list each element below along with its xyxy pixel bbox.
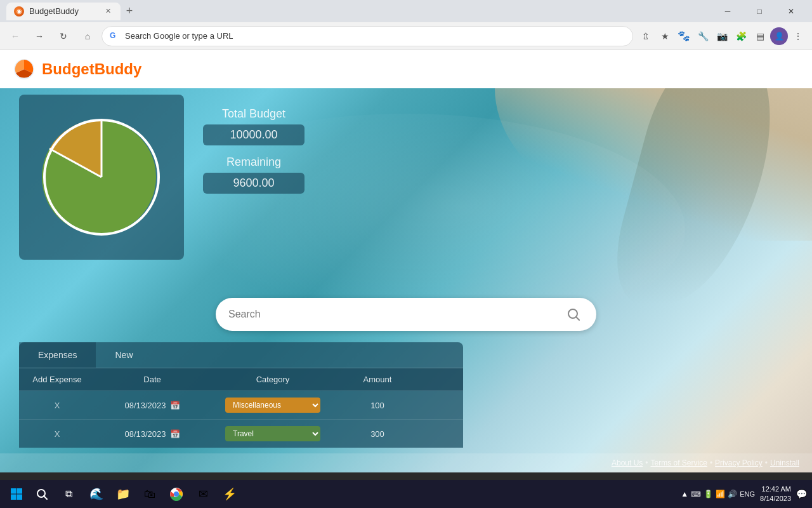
browser-titlebar: ◉ BudgetBuddy ✕ + ─ □ ✕: [0, 0, 812, 22]
category-cell-2: Travel Miscellaneous Food Entertainment: [209, 420, 336, 448]
taskbar-edge[interactable]: 🌊: [84, 481, 109, 507]
taskbar-explorer[interactable]: 📁: [110, 481, 136, 507]
back-button[interactable]: ←: [5, 26, 25, 46]
home-button[interactable]: ⌂: [77, 26, 98, 46]
minimize-button[interactable]: ─: [713, 0, 742, 22]
taskbar-clock[interactable]: 12:42 AM 8/14/2023: [760, 485, 791, 504]
svg-line-11: [44, 496, 47, 499]
windows-logo-icon: [10, 488, 23, 500]
tab-close-btn[interactable]: ✕: [103, 6, 113, 17]
show-hidden-icon[interactable]: ▲: [681, 490, 688, 498]
system-tray-icons: ▲ ⌨ 🔋 📶 🔊 ENG: [681, 490, 755, 498]
date-cell-2: 08/13/2023 📅: [95, 420, 209, 448]
screenshot-button[interactable]: 📷: [713, 27, 731, 45]
clock-time: 12:42 AM: [760, 485, 791, 494]
terms-link[interactable]: Terms of Service: [651, 458, 707, 467]
taskbar-search-button[interactable]: [30, 483, 53, 505]
app-footer: About Us • Terms of Service • Privacy Po…: [0, 453, 812, 472]
google-g-icon: G: [110, 31, 120, 41]
tab-expenses[interactable]: Expenses: [19, 342, 96, 368]
table-header: Add Expense Date Category Amount: [19, 368, 463, 391]
chart-panel: [19, 95, 184, 260]
menu-button[interactable]: ⋮: [789, 27, 807, 45]
maximize-button[interactable]: □: [745, 0, 774, 22]
search-input[interactable]: [228, 309, 557, 320]
task-view-icon: ⧉: [65, 488, 72, 500]
refresh-button[interactable]: ↻: [53, 26, 74, 46]
logo-text: BudgetBuddy: [42, 60, 141, 78]
total-budget-value: 10000.00: [203, 124, 304, 145]
tab-favicon: ◉: [14, 6, 24, 17]
calendar-icon-1[interactable]: 📅: [170, 401, 180, 410]
share-button[interactable]: ⇫: [637, 27, 655, 45]
about-us-link[interactable]: About Us: [612, 458, 643, 467]
sep3: •: [765, 458, 768, 467]
forward-button[interactable]: →: [29, 26, 49, 46]
date-cell-1: 08/13/2023 📅: [95, 391, 209, 419]
start-button[interactable]: [5, 483, 28, 505]
puzzle-button[interactable]: 🧩: [732, 27, 750, 45]
expense-table: Add Expense Date Category Amount X 08/13…: [19, 368, 463, 448]
taskbar-right: ▲ ⌨ 🔋 📶 🔊 ENG 12:42 AM 8/14/2023 💬: [681, 485, 807, 504]
explorer-icon: 📁: [116, 487, 130, 501]
delete-btn-1[interactable]: X: [19, 391, 95, 419]
tab-new[interactable]: New: [96, 342, 152, 368]
uninstall-link[interactable]: Uninstall: [770, 458, 799, 467]
header-add-expense: Add Expense: [19, 368, 95, 391]
expense-tabs: Expenses New: [19, 342, 463, 368]
edge-icon: 🌊: [89, 487, 103, 501]
profile-button[interactable]: 👤: [770, 27, 788, 45]
browser-window: ◉ BudgetBuddy ✕ + ─ □ ✕ ← → ↻ ⌂ G Search…: [0, 0, 812, 472]
window-controls: ─ □ ✕: [713, 0, 806, 22]
table-row: X 08/13/2023 📅 Travel Miscellaneous Food…: [19, 419, 463, 448]
extension2-button[interactable]: 🔧: [694, 27, 712, 45]
tab-title: BudgetBuddy: [29, 6, 79, 16]
address-bar[interactable]: G Search Google or type a URL: [102, 26, 633, 46]
taskbar-chrome[interactable]: [164, 481, 189, 507]
taskbar-store[interactable]: 🛍: [137, 481, 162, 507]
calendar-icon-2[interactable]: 📅: [170, 429, 180, 439]
svg-rect-6: [11, 488, 16, 494]
notification-icon[interactable]: 💬: [796, 489, 807, 499]
amount-cell-1: 100: [336, 391, 419, 419]
taskbar-task-view[interactable]: ⧉: [56, 481, 81, 507]
search-icon[interactable]: [563, 304, 584, 324]
taskbar-vscode[interactable]: ⚡: [217, 481, 242, 507]
delete-btn-2[interactable]: X: [19, 420, 95, 448]
date-value-1: 08/13/2023: [124, 401, 166, 410]
amount-cell-2: 300: [336, 420, 419, 448]
delete-icon-2[interactable]: X: [55, 429, 60, 439]
delete-icon-1[interactable]: X: [55, 401, 60, 410]
privacy-link[interactable]: Privacy Policy: [715, 458, 763, 467]
chrome-icon: [169, 487, 183, 501]
browser-tab[interactable]: ◉ BudgetBuddy ✕: [6, 3, 121, 20]
network-icon: 📶: [716, 490, 725, 498]
browser-toolbar: ← → ↻ ⌂ G Search Google or type a URL ⇫ …: [0, 22, 812, 50]
remaining-value: 9600.00: [203, 173, 304, 194]
category-select-1[interactable]: Miscellaneous Travel Food Entertainment: [225, 398, 320, 413]
app-content: BudgetBuddy Total Budget 10000.00 Remain…: [0, 50, 812, 472]
vscode-icon: ⚡: [223, 487, 237, 501]
taskbar-pinned-apps: 🌊 📁 🛍 ✉ ⚡: [84, 481, 242, 507]
taskbar: ⧉ 🌊 📁 🛍 ✉ ⚡: [0, 480, 812, 508]
category-select-2[interactable]: Travel Miscellaneous Food Entertainment: [225, 426, 320, 441]
bookmark-button[interactable]: ★: [656, 27, 674, 45]
new-tab-button[interactable]: +: [121, 3, 138, 20]
expense-panel: Expenses New Add Expense Date Category A…: [19, 342, 463, 448]
svg-rect-8: [11, 495, 16, 500]
taskbar-mail[interactable]: ✉: [190, 481, 216, 507]
logo-container: BudgetBuddy: [13, 58, 141, 81]
clock-date: 8/14/2023: [760, 494, 791, 504]
sep1: •: [645, 458, 648, 467]
volume-icon: 🔊: [728, 490, 737, 498]
total-budget-label: Total Budget: [203, 107, 304, 121]
sep2: •: [710, 458, 712, 467]
close-button[interactable]: ✕: [776, 0, 806, 22]
header-amount: Amount: [336, 368, 419, 391]
store-icon: 🛍: [144, 488, 155, 501]
logo-icon: [13, 58, 36, 81]
budget-info: Total Budget 10000.00 Remaining 9600.00: [203, 107, 304, 194]
extension1-button[interactable]: 🐾: [675, 27, 693, 45]
svg-rect-7: [17, 488, 23, 494]
sidebar-button[interactable]: ▤: [751, 27, 769, 45]
